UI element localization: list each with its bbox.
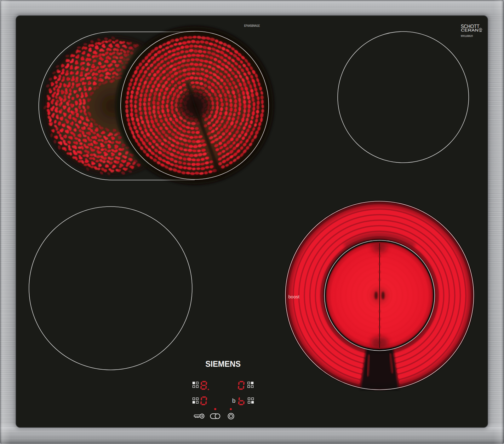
svg-text:EF645BNN1E: EF645BNN1E (244, 24, 260, 28)
svg-text:9001168620: 9001168620 (461, 34, 473, 38)
svg-text:b: b (232, 398, 236, 404)
svg-text:SIEMENS: SIEMENS (205, 359, 241, 369)
svg-text:R: R (480, 29, 481, 31)
svg-text:boost: boost (288, 295, 299, 300)
svg-text:CERAN: CERAN (461, 28, 478, 32)
